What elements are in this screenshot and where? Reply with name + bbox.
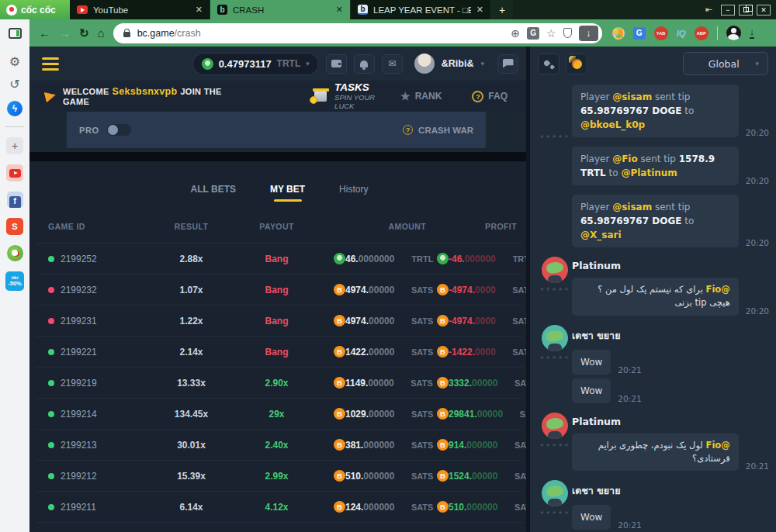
amount-cell: B4974.00000SATS: [321, 284, 426, 295]
chat-avatar[interactable]: [542, 325, 568, 351]
home-button[interactable]: ⌂: [98, 27, 105, 39]
browser-tab[interactable]: YouTube✕: [70, 0, 210, 19]
zoom-icon[interactable]: ⊕: [511, 28, 520, 39]
rank-link[interactable]: ★RANK: [400, 90, 442, 102]
table-row[interactable]: 219921913.33x2.90xB1149.00000SATSB3332.0…: [36, 368, 523, 399]
amount-dec: 00000: [369, 347, 394, 358]
tab-close-icon[interactable]: ✕: [196, 5, 203, 15]
table-row[interactable]: 2199214134.45x29xB1029.00000SATSB29841.0…: [36, 399, 523, 430]
dock-sidebar-icon[interactable]: ⇤: [705, 5, 712, 15]
table-row[interactable]: 219921215.39x2.99xB510.000000SATSB1524.0…: [36, 461, 523, 492]
tab-my-bet[interactable]: MY BET: [270, 184, 305, 195]
balance-selector[interactable]: 0.47973117 TRTL ▾: [192, 53, 319, 75]
profile-icon[interactable]: [726, 26, 741, 40]
chat-username[interactable]: เดชา ขยาย: [572, 483, 769, 499]
restore-button[interactable]: [739, 5, 753, 16]
extension-yab-icon[interactable]: YAB: [654, 26, 668, 40]
add-shortcut-button[interactable]: +: [6, 137, 23, 154]
browser-tab[interactable]: bLEAP YEAR EVENT - □Event -✕: [351, 0, 491, 19]
btc-coin-icon: B: [334, 284, 345, 295]
table-row[interactable]: 21992321.07xBangB4974.00000SATSB-4974.00…: [36, 275, 523, 306]
forward-button[interactable]: →: [59, 27, 71, 39]
youtube-shortcut-icon[interactable]: [6, 164, 23, 181]
minimize-button[interactable]: −: [721, 5, 735, 16]
tab-close-icon[interactable]: ✕: [336, 5, 343, 15]
extension-color-wheel-icon[interactable]: [612, 27, 625, 40]
tasks-widget[interactable]: TASKSSPIN YOUR LUCK: [314, 82, 393, 111]
user-menu-caret-icon[interactable]: ▾: [480, 60, 484, 67]
browser-tab[interactable]: bCRASH✕: [210, 0, 351, 19]
user-avatar[interactable]: [414, 54, 435, 74]
shopee-shortcut-icon[interactable]: S: [6, 218, 23, 235]
wallet-button[interactable]: [326, 54, 347, 74]
new-tab-button[interactable]: +: [491, 0, 513, 19]
close-window-button[interactable]: ✕: [757, 5, 771, 16]
amount-dec: 00000: [368, 378, 393, 389]
crash-war-link[interactable]: ?CRASH WAR: [403, 125, 473, 135]
pro-toggle[interactable]: [107, 124, 131, 136]
crash-war-label: CRASH WAR: [418, 126, 473, 135]
profit-currency: SATS: [497, 503, 526, 512]
coin-drop-button[interactable]: [566, 54, 587, 74]
profit-cell: B1524.00000SATS: [426, 470, 526, 482]
result-cell: 30.01x: [151, 440, 232, 451]
browser-brand[interactable]: cốc cốc: [0, 0, 70, 19]
tab-close-icon[interactable]: ✕: [476, 5, 483, 15]
notifications-button[interactable]: [354, 54, 375, 74]
download-page-button[interactable]: ↓: [579, 26, 598, 41]
extension-iq-icon[interactable]: IQ: [677, 29, 686, 38]
tiki-shortcut-icon[interactable]: tiki-50%: [5, 271, 24, 291]
table-row[interactable]: 21992212.14xBangB1422.00000SATSB-1422.00…: [36, 337, 523, 368]
history-icon[interactable]: ↺: [9, 78, 19, 91]
tab-history[interactable]: History: [339, 184, 368, 195]
shield-icon[interactable]: [563, 28, 572, 38]
game-status-dot: [48, 318, 54, 324]
table-row[interactable]: 219921330.01x2.40xB381.000000SATSB914.00…: [36, 430, 523, 461]
reload-button[interactable]: ↻: [79, 27, 89, 39]
tip-rain-button[interactable]: [538, 54, 559, 74]
url-text[interactable]: bc.game/crash: [137, 28, 504, 39]
back-button[interactable]: ←: [39, 27, 50, 39]
sidebar-panel-toggle-icon[interactable]: [9, 28, 22, 39]
bookmark-star-icon[interactable]: ☆: [546, 28, 556, 39]
bcgame-page: 0.47973117 TRTL ▾ ✉ &Ribi& ▾ WELCOMESeks…: [29, 47, 776, 532]
chat-avatar[interactable]: [542, 257, 568, 283]
btc-coin-icon: B: [437, 315, 449, 326]
messages-button[interactable]: ✉: [382, 54, 403, 74]
facebook-shortcut-icon[interactable]: f: [7, 192, 23, 208]
table-row[interactable]: 21992522.88xBang46.0000000TRTL-46.000000…: [36, 244, 523, 275]
chat-header: Global ▾: [530, 47, 776, 81]
chat-channel-select[interactable]: Global ▾: [683, 52, 768, 75]
chat-toggle-button[interactable]: [497, 54, 518, 74]
extension-translate-icon[interactable]: G: [633, 27, 646, 40]
chat-avatar[interactable]: [542, 480, 568, 506]
profit-cell: -46.000000TRTL: [426, 253, 526, 264]
game-status-dot: [48, 349, 54, 355]
url-path: /crash: [175, 28, 201, 39]
extension-abp-icon[interactable]: ABP: [695, 26, 708, 40]
coccoc-shortcut-icon[interactable]: [7, 245, 23, 261]
settings-gear-icon[interactable]: ⚙: [9, 56, 20, 68]
page-translate-icon[interactable]: G: [527, 27, 539, 40]
btc-coin-icon: B: [334, 470, 345, 482]
chat-avatar[interactable]: [542, 413, 568, 439]
faq-link[interactable]: ?FAQ: [472, 91, 508, 102]
chat-username[interactable]: Platinum: [572, 416, 769, 427]
downloads-tray-icon[interactable]: ↓: [750, 27, 755, 39]
chat-username[interactable]: เดชา ขยาย: [572, 328, 769, 344]
profit-dec: 000000: [466, 502, 497, 513]
tab-all-bets[interactable]: ALL BETS: [191, 184, 236, 195]
messenger-icon[interactable]: ϟ: [7, 101, 23, 116]
chat-username[interactable]: Platinum: [572, 260, 769, 271]
profit-cell: B-1422.0000SATS: [426, 346, 526, 358]
table-row[interactable]: 21992311.22xBangB4974.00000SATSB-4974.00…: [36, 306, 523, 337]
message-text: sent tip: [652, 92, 690, 102]
menu-hamburger-icon[interactable]: [42, 57, 59, 71]
fireball-icon: [572, 59, 582, 69]
address-bar[interactable]: bc.game/crash ⊕ G ☆ ↓: [113, 23, 602, 43]
payout-cell: 2.99x: [232, 471, 321, 482]
chat-channel-caret-icon: ▾: [755, 60, 759, 67]
username-label[interactable]: &Ribi&: [442, 58, 474, 69]
table-row[interactable]: 21992116.14x4.12xB124.000000SATSB510.000…: [36, 492, 523, 523]
lock-icon[interactable]: [123, 32, 130, 37]
